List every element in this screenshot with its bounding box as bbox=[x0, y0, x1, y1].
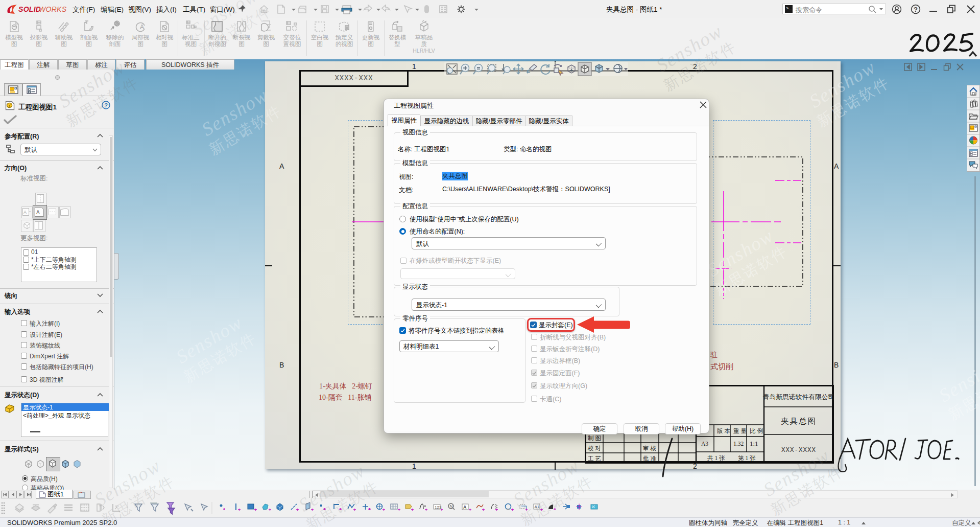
svg-text:WORKS: WORKS bbox=[39, 5, 67, 13]
svg-text:123: 123 bbox=[435, 505, 442, 510]
svg-text:工 艺: 工 艺 bbox=[588, 455, 601, 462]
svg-text:夹具总图: 夹具总图 bbox=[781, 417, 817, 425]
svg-text:A: A bbox=[463, 505, 467, 510]
svg-text:校 对: 校 对 bbox=[587, 445, 601, 451]
svg-text:青岛新思诺软件有限公司: 青岛新思诺软件有限公司 bbox=[763, 394, 834, 401]
svg-text:?: ? bbox=[104, 102, 108, 108]
svg-text:A: A bbox=[140, 24, 144, 31]
svg-text:制 图: 制 图 bbox=[588, 435, 601, 441]
svg-text:A: A bbox=[36, 210, 40, 215]
svg-text:?: ? bbox=[914, 6, 918, 13]
svg-text:A: A bbox=[23, 210, 27, 215]
svg-text:A1: A1 bbox=[535, 505, 540, 509]
svg-text:SOLID: SOLID bbox=[18, 5, 41, 13]
svg-text:N: N bbox=[450, 504, 453, 509]
